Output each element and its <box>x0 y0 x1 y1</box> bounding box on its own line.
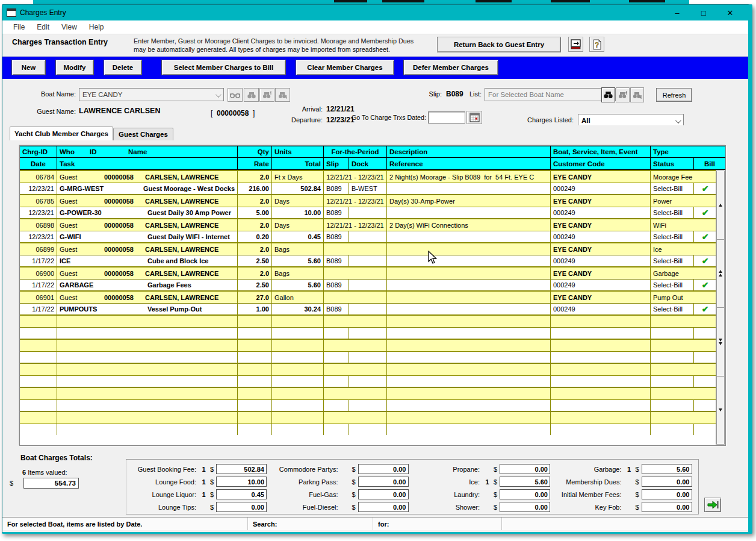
clear-member-charges-button[interactable]: Clear Member Charges <box>296 60 394 75</box>
charge-detail-row[interactable] <box>20 375 716 387</box>
col-chrg-id: Chrg-ID <box>20 146 57 158</box>
find-button[interactable] <box>601 87 615 102</box>
cell-bill <box>694 424 716 435</box>
charge-detail-row[interactable]: 12/23/21G-WIFIGuest Daily WIFI - Interne… <box>20 231 716 242</box>
cell-date <box>20 424 57 435</box>
find-next-button-disabled[interactable] <box>259 88 274 102</box>
totals-field-value: 0.00 <box>216 502 267 512</box>
totals-field: Guest Booking Fee:1$502.84 <box>129 463 271 475</box>
menu-view[interactable]: View <box>55 21 83 33</box>
totals-field: Parkng Pass:$0.00 <box>271 475 413 488</box>
charge-info-row[interactable]: 06898Guest00000058CARLSEN, LAWRENCE2.0Da… <box>20 219 716 231</box>
charge-detail-row[interactable]: 12/23/21G-MRG-WESTGuest Moorage - West D… <box>20 183 716 194</box>
cell-task <box>57 328 238 339</box>
find-next-button[interactable] <box>616 87 630 102</box>
charge-info-row[interactable]: 06899Guest00000058CARLSEN, LAWRENCE2.0Ba… <box>20 243 716 255</box>
header-band: Charges Transaction Entry Enter Member, … <box>2 34 748 57</box>
totals-field-currency: $ <box>350 504 358 511</box>
charge-row-pair[interactable]: 06900Guest00000058CARLSEN, LAWRENCE2.0Ba… <box>20 266 716 290</box>
cell-boat: EYE CANDY <box>551 171 651 183</box>
close-button[interactable]: ✕ <box>717 5 743 20</box>
charge-info-row[interactable] <box>20 388 716 399</box>
charge-detail-row[interactable] <box>20 399 716 411</box>
charge-row-pair[interactable]: 06901Guest00000058CARLSEN, LAWRENCE27.0G… <box>20 290 716 314</box>
goto-date-input[interactable] <box>428 111 465 124</box>
charge-row-pair[interactable]: 06898Guest00000058CARLSEN, LAWRENCE2.0Da… <box>20 218 716 242</box>
charge-detail-row[interactable]: 1/17/22GARBAGEGarbage Fees2.505.60B08900… <box>20 279 716 290</box>
empty-row-pair[interactable] <box>20 387 716 411</box>
refresh-button[interactable]: Refresh <box>656 88 692 102</box>
charge-detail-row[interactable]: 1/17/22ICECube and Block Ice2.505.60B089… <box>20 255 716 266</box>
cell-total <box>272 424 324 435</box>
delete-button[interactable]: Delete <box>104 60 142 75</box>
scroll-page-up-icon[interactable] <box>716 240 725 308</box>
slip-label: Slip: <box>412 90 442 98</box>
charge-detail-row[interactable] <box>20 351 716 363</box>
help-button[interactable]: ? <box>589 37 604 52</box>
charge-info-row[interactable]: 06784Guest00000058CARLSEN, LAWRENCE2.0Ft… <box>20 171 716 183</box>
cell-status: Select-Bill <box>651 280 694 290</box>
main-region: Chrg-ID Who ID Name Qty Units For-the-Pe… <box>2 145 748 446</box>
minimize-button[interactable]: – <box>664 5 690 20</box>
empty-row-pair[interactable] <box>20 411 716 435</box>
cell-type <box>651 388 716 399</box>
modify-button[interactable]: Modify <box>55 60 94 75</box>
cell-date: 12/23/21 <box>20 207 57 218</box>
find-prev-button-disabled[interactable] <box>275 88 290 102</box>
charge-info-row[interactable] <box>20 316 716 327</box>
cell-slip: B089 <box>324 255 349 266</box>
charge-row-pair[interactable]: 06899Guest00000058CARLSEN, LAWRENCE2.0Ba… <box>20 242 716 266</box>
select-member-charges-button[interactable]: Select Member Charges to Bill <box>161 60 286 75</box>
empty-row-pair[interactable] <box>20 339 716 363</box>
charge-info-row[interactable]: 06900Guest00000058CARLSEN, LAWRENCE2.0Ba… <box>20 267 716 279</box>
charge-row-pair[interactable]: 06785Guest00000058CARLSEN, LAWRENCE2.0Da… <box>20 194 716 218</box>
grid-scrollbar[interactable] <box>716 170 725 445</box>
binoculars-icon <box>604 91 613 99</box>
find-button-disabled[interactable] <box>244 88 259 102</box>
totals-field-label: Laundry: <box>412 491 483 498</box>
cell-qty <box>238 364 272 375</box>
list-combo[interactable]: For Selected Boat Name <box>485 88 616 101</box>
lookup-button[interactable] <box>228 88 243 102</box>
cell-qty: 2.0 <box>238 171 272 183</box>
charge-row-pair[interactable]: 06784Guest00000058CARLSEN, LAWRENCE2.0Ft… <box>20 170 716 194</box>
return-to-guest-entry-button[interactable]: Return Back to Guest Entry <box>437 37 561 52</box>
status-bar: For selected Boat, items are listed by D… <box>2 517 748 530</box>
menu-file[interactable]: File <box>7 21 31 33</box>
charge-info-row[interactable] <box>20 340 716 351</box>
new-button[interactable]: New <box>11 60 46 75</box>
charge-detail-row[interactable] <box>20 327 716 339</box>
exit-form-button[interactable] <box>568 37 583 52</box>
empty-row-pair[interactable] <box>20 314 716 339</box>
totals-field-label: Membership Dues: <box>554 478 625 486</box>
boat-name-combo[interactable]: EYE CANDY <box>79 88 224 101</box>
defer-member-charges-button[interactable]: Defer Member Charges <box>403 60 498 75</box>
cell-bill <box>694 352 716 363</box>
menu-help[interactable]: Help <box>83 21 110 33</box>
totals-field: Lounge Food:1$10.00 <box>129 475 271 488</box>
title-bar[interactable]: Charges Entry – □ ✕ <box>2 5 748 20</box>
empty-row-pair[interactable] <box>20 363 716 387</box>
cell-type <box>651 364 716 375</box>
find-prev-button[interactable] <box>630 87 644 102</box>
post-charges-button[interactable] <box>704 498 721 512</box>
charge-info-row[interactable] <box>20 412 716 424</box>
cell-customer-code: 000249 <box>551 280 651 290</box>
tab-yacht-club-member-charges[interactable]: Yacht Club Member Charges <box>10 127 113 140</box>
charge-detail-row[interactable]: 12/23/21G-POWER-30Guest Daily 30 Amp Pow… <box>20 207 716 218</box>
scroll-down-icon[interactable] <box>716 377 725 445</box>
charge-info-row[interactable]: 06901Guest00000058CARLSEN, LAWRENCE27.0G… <box>20 292 716 303</box>
calendar-button[interactable] <box>466 111 482 124</box>
totals-field-count: 1 <box>625 466 633 473</box>
maximize-button[interactable]: □ <box>690 5 717 20</box>
help-icon: ? <box>592 39 602 50</box>
cell-rate <box>238 424 272 435</box>
tab-guest-charges[interactable]: Guest Charges <box>113 128 173 140</box>
charge-info-row[interactable]: 06785Guest00000058CARLSEN, LAWRENCE2.0Da… <box>20 195 716 207</box>
charge-detail-row[interactable]: 1/17/22PUMPOUTSVessel Pump-Out1.0030.24B… <box>20 303 716 314</box>
scroll-page-down-icon[interactable] <box>716 308 725 377</box>
charge-detail-row[interactable] <box>20 424 716 435</box>
menu-edit[interactable]: Edit <box>31 21 55 33</box>
scroll-up-icon[interactable] <box>716 170 725 240</box>
charge-info-row[interactable] <box>20 364 716 375</box>
